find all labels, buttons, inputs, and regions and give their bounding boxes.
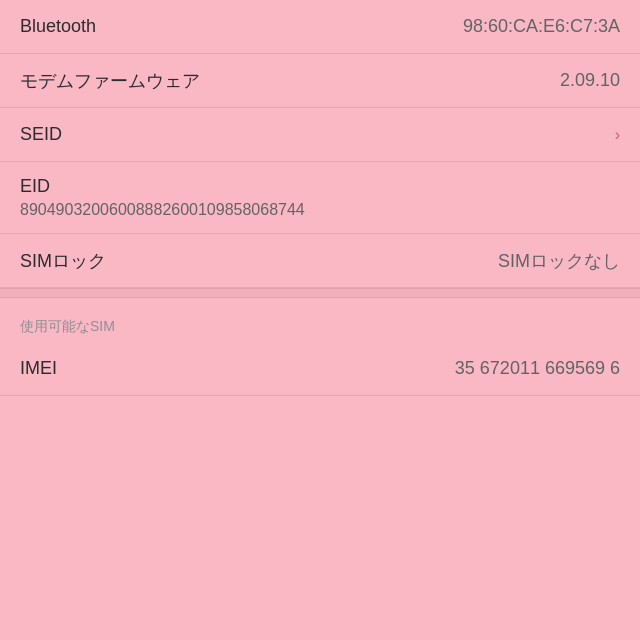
- bluetooth-row: Bluetooth 98:60:CA:E6:C7:3A: [0, 0, 640, 54]
- section-divider: [0, 288, 640, 298]
- settings-container: Bluetooth 98:60:CA:E6:C7:3A モデムファームウェア 2…: [0, 0, 640, 640]
- imei-value: 35 672011 669569 6: [455, 358, 620, 379]
- eid-value: 89049032006008882600109858068744: [20, 201, 305, 219]
- settings-list: Bluetooth 98:60:CA:E6:C7:3A モデムファームウェア 2…: [0, 0, 640, 396]
- chevron-icon: ›: [615, 126, 620, 144]
- eid-label: EID: [20, 176, 50, 197]
- modem-firmware-row: モデムファームウェア 2.09.10: [0, 54, 640, 108]
- eid-row: EID 89049032006008882600109858068744: [0, 162, 640, 234]
- imei-row: IMEI 35 672011 669569 6: [0, 342, 640, 396]
- imei-label: IMEI: [20, 358, 57, 379]
- sim-lock-value: SIMロックなし: [498, 249, 620, 273]
- sim-lock-label: SIMロック: [20, 249, 106, 273]
- bluetooth-value: 98:60:CA:E6:C7:3A: [463, 16, 620, 37]
- modem-firmware-label: モデムファームウェア: [20, 69, 200, 93]
- seid-label: SEID: [20, 124, 62, 145]
- available-sim-header: 使用可能なSIM: [20, 318, 115, 336]
- available-sim-section: 使用可能なSIM: [0, 298, 640, 342]
- seid-row[interactable]: SEID ›: [0, 108, 640, 162]
- bluetooth-label: Bluetooth: [20, 16, 96, 37]
- modem-firmware-value: 2.09.10: [560, 70, 620, 91]
- sim-lock-row: SIMロック SIMロックなし: [0, 234, 640, 288]
- seid-value: ›: [615, 126, 620, 144]
